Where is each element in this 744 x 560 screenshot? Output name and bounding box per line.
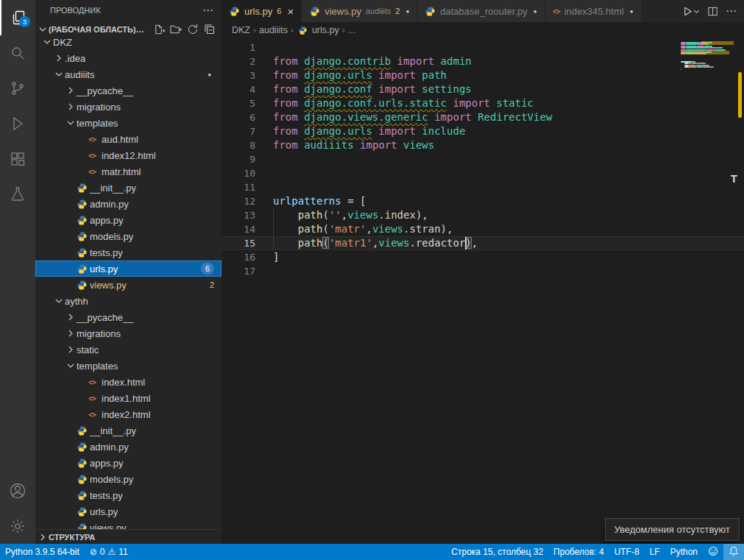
python-interpreter-item[interactable]: Python 3.9.5 64-bit — [0, 544, 85, 560]
eol-item[interactable]: LF — [645, 544, 665, 560]
tree-item-views.py[interactable]: views.py2 — [35, 277, 222, 293]
code-line-3: 3from django.urls import path — [222, 68, 744, 82]
tab-label: urls.py — [244, 6, 272, 17]
more-actions-icon[interactable]: ⋯ — [202, 4, 214, 17]
tree-item-aythh[interactable]: aythh — [35, 293, 222, 309]
tree-item-matr.html[interactable]: <>matr.html — [35, 163, 222, 180]
language-mode-item[interactable]: Python — [665, 544, 703, 560]
tree-item-index.html[interactable]: <>index.html — [35, 374, 222, 390]
tree-item-__pycache__[interactable]: __pycache__ — [35, 82, 222, 99]
py-file-icon — [77, 474, 90, 485]
tab-database_roouter.py[interactable]: database_roouter.py● — [417, 0, 545, 22]
py-file-icon — [77, 247, 90, 258]
gear-icon — [9, 517, 26, 535]
breadcrumb-item[interactable]: urls.py — [312, 25, 339, 35]
tab-index345.html[interactable]: <>index345.html● — [545, 0, 642, 22]
problems-indicator[interactable]: ⊘ 0 ⚠ 11 — [85, 544, 133, 560]
line-number: 12 — [222, 194, 255, 208]
dirty-indicator[interactable]: ● — [630, 8, 634, 15]
tree-item-views.py[interactable]: views.py — [35, 520, 222, 529]
tree-item-__init__.py[interactable]: __init__.py — [35, 180, 222, 196]
tree-item-templates[interactable]: templates — [35, 115, 222, 131]
tree-item-aud.html[interactable]: <>aud.html — [35, 131, 222, 147]
tree-item-admin.py[interactable]: admin.py — [35, 196, 222, 212]
tree-item-.idea[interactable]: .idea — [35, 50, 222, 66]
activity-account[interactable] — [0, 473, 35, 508]
tree-item-label: urls.py — [90, 506, 118, 517]
tree-item-index1.html[interactable]: <>index1.html — [35, 390, 222, 406]
tree-item-DKZ[interactable]: DKZ — [35, 38, 222, 50]
tab-urls.py[interactable]: urls.py6× — [222, 0, 302, 22]
tree-item-audiiits[interactable]: audiiits● — [35, 66, 222, 82]
code-editor[interactable]: 12from django.contrib import admin3from … — [222, 38, 744, 544]
breadcrumb-item[interactable]: DKZ — [232, 25, 250, 35]
encoding-item[interactable]: UTF-8 — [609, 544, 645, 560]
file-tree: DKZ.ideaaudiiits●__pycache__migrationste… — [35, 38, 222, 529]
new-folder-icon[interactable] — [169, 22, 183, 37]
run-python-file-button[interactable] — [682, 6, 700, 17]
editor-scrollbar[interactable] — [737, 38, 744, 544]
feedback-item[interactable] — [703, 544, 723, 560]
outline-section-header[interactable]: СТРУКТУРА — [35, 529, 222, 544]
breadcrumb-item[interactable]: audiiits — [259, 25, 288, 35]
tree-item-tests.py[interactable]: tests.py — [35, 487, 222, 503]
sidebar-title: ПРОВОДНИК — [50, 6, 101, 15]
tree-item-migrations[interactable]: migrations — [35, 99, 222, 115]
py-file-icon — [77, 506, 90, 517]
collapse-all-icon[interactable] — [202, 22, 217, 37]
activity-testing[interactable] — [0, 177, 35, 212]
notification-toast[interactable]: Уведомления отсутствуют — [605, 518, 740, 541]
refresh-icon[interactable] — [185, 22, 200, 37]
activity-run-debug[interactable] — [0, 106, 35, 141]
py-file-icon — [77, 458, 90, 469]
cursor-position-item[interactable]: Строка 15, столбец 32 — [446, 544, 548, 560]
tab-views.py[interactable]: views.pyaudiiits2● — [302, 0, 417, 22]
activity-explorer[interactable]: 3 — [0, 0, 35, 35]
tree-item-migrations[interactable]: migrations — [35, 325, 222, 341]
indentation-item[interactable]: Пробелов: 4 — [548, 544, 609, 560]
minimap[interactable] — [681, 40, 734, 78]
tree-item-tests.py[interactable]: tests.py — [35, 244, 222, 260]
tree-item-__init__.py[interactable]: __init__.py — [35, 422, 222, 439]
py-file-icon — [77, 231, 90, 242]
tree-item-label: .idea — [65, 53, 85, 64]
editor-more-actions-icon[interactable]: ⋯ — [726, 4, 737, 18]
py-file-icon — [77, 522, 90, 530]
workspace-section-header[interactable]: (РАБОЧАЯ ОБЛАСТЬ) ... — [35, 21, 222, 38]
tree-item-urls.py[interactable]: urls.py6 — [35, 260, 222, 277]
html-file-icon: <> — [88, 394, 102, 403]
breadcrumb-item[interactable]: ... — [348, 25, 355, 35]
activity-settings[interactable] — [0, 508, 35, 544]
tree-item-urls.py[interactable]: urls.py — [35, 503, 222, 520]
workspace-section-label: (РАБОЧАЯ ОБЛАСТЬ) ... — [49, 25, 144, 34]
activity-search[interactable] — [0, 35, 35, 71]
tree-item-label: aud.html — [102, 134, 138, 145]
tree-item-models.py[interactable]: models.py — [35, 471, 222, 487]
tree-item-index2.html[interactable]: <>index2.html — [35, 406, 222, 422]
tree-item-label: migrations — [77, 102, 121, 113]
tree-item-__pycache__[interactable]: __pycache__ — [35, 309, 222, 325]
tree-item-index12.html[interactable]: <>index12.html — [35, 147, 222, 163]
tree-item-admin.py[interactable]: admin.py — [35, 439, 222, 455]
tab-problems-badge: 6 — [277, 7, 281, 15]
code-line-7: 7from django.urls import include — [222, 124, 744, 138]
close-tab-icon[interactable]: × — [287, 6, 294, 17]
line-number: 1 — [222, 40, 255, 54]
tree-item-static[interactable]: static — [35, 341, 222, 358]
tree-item-apps.py[interactable]: apps.py — [35, 212, 222, 228]
tree-item-apps.py[interactable]: apps.py — [35, 455, 222, 471]
tree-item-label: admin.py — [90, 199, 129, 210]
new-file-icon[interactable] — [152, 22, 166, 37]
py-file-icon — [77, 490, 90, 501]
tree-item-templates[interactable]: templates — [35, 358, 222, 374]
dirty-indicator[interactable]: ● — [534, 8, 537, 15]
notifications-bell-item[interactable] — [723, 544, 744, 560]
activity-extensions[interactable] — [0, 141, 35, 177]
split-editor-button[interactable] — [707, 6, 718, 17]
tree-item-models.py[interactable]: models.py — [35, 228, 222, 244]
line-number: 3 — [222, 68, 255, 82]
activity-source-control[interactable] — [0, 71, 35, 106]
code-line-14: 14 path('matr',views.stran), — [222, 222, 744, 236]
dirty-indicator[interactable]: ● — [405, 8, 409, 15]
editor-group: urls.py6×views.pyaudiiits2●database_roou… — [222, 0, 744, 544]
